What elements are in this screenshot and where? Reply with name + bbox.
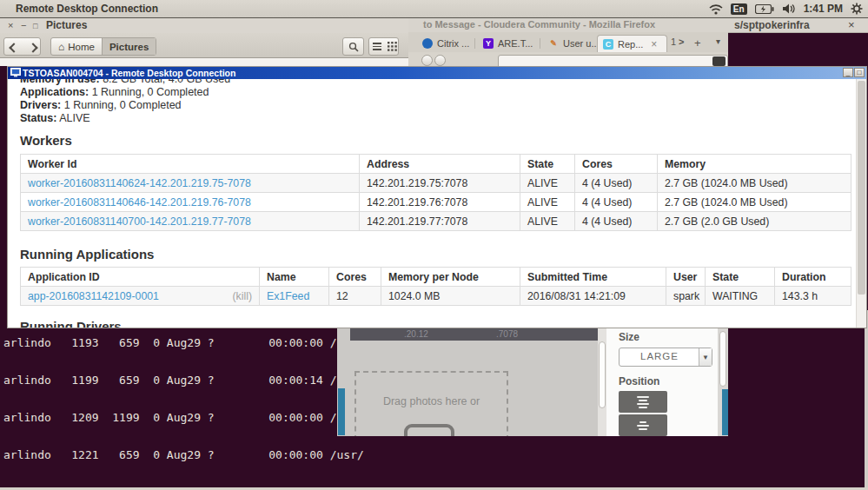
choose-photos-button[interactable]: [404, 424, 454, 436]
view-toggle-group: [368, 37, 399, 56]
tab-citrix[interactable]: Citrix ...: [417, 35, 474, 52]
list-view-button[interactable]: [369, 43, 385, 50]
back-button[interactable]: [4, 39, 23, 55]
breadcrumb-label: Home: [68, 42, 95, 52]
navbar-dark-button[interactable]: [712, 56, 726, 66]
nav-buttons-group: [3, 37, 41, 56]
align-center-icon: [619, 414, 667, 436]
pictures-toolbar: ⌂ Home Pictures: [0, 33, 408, 58]
summary-status: Status: ALIVE: [20, 112, 230, 125]
worker-row: worker-20160831140700-142.201.219.77-707…: [21, 212, 851, 231]
application-link[interactable]: app-20160831142109-0001: [28, 290, 159, 302]
cloudera-favicon-icon: C: [603, 39, 613, 50]
drop-zone-label: Drag photos here or: [356, 395, 507, 407]
grid-view-icon: [388, 42, 397, 51]
rdp-minimize-button[interactable]: _: [843, 68, 853, 77]
spark-summary: Memory in use: 8.2 GB Total, 4.0 GB Used…: [20, 79, 230, 125]
terminal-close-button[interactable]: ×: [848, 18, 855, 31]
panel-scrollbar-thumb[interactable]: [719, 331, 726, 387]
terminal-scrollbar[interactable]: [865, 310, 868, 487]
top-panel: Remote Desktop Connection En 1:41 PM: [0, 0, 868, 18]
breadcrumb-home[interactable]: ⌂ Home: [51, 38, 102, 55]
rdp-scrollbar[interactable]: [856, 79, 866, 328]
terminal-title: s/sptpokerinfra: [734, 19, 810, 31]
window-minimize-icon[interactable]: −: [21, 19, 26, 31]
tab-user[interactable]: ✎ User u...: [543, 35, 605, 52]
firefox-window-title: to Message - Cloudera Community - Mozill…: [423, 19, 655, 30]
panel-app-title: Remote Desktop Connection: [16, 3, 158, 15]
worker-link[interactable]: worker-20160831140646-142.201.219.76-707…: [28, 196, 251, 209]
running-applications-table: Application ID Name Cores Memory per Nod…: [20, 267, 851, 306]
pictures-window: × − □ Pictures ⌂ Home Pictures: [0, 18, 408, 66]
rdp-maximize-button[interactable]: □: [854, 68, 865, 77]
forward-button[interactable]: [434, 55, 446, 66]
list-view-icon: [373, 43, 381, 50]
volume-icon[interactable]: [782, 3, 796, 14]
kill-link[interactable]: (kill): [232, 290, 252, 302]
size-label: Size: [619, 331, 639, 343]
tab-label: Rep...: [618, 39, 643, 50]
tab-overflow-stub[interactable]: 1: [671, 36, 676, 47]
breadcrumb-label: Pictures: [109, 42, 149, 52]
window-close-icon[interactable]: ×: [8, 19, 13, 31]
workers-heading: Workers: [20, 133, 72, 148]
photo-options-panel: Size LARGE ▼ Position: [606, 328, 718, 436]
rdp-window: TSTOASAN004704 - Remote Desktop Connecti…: [7, 66, 867, 328]
rdp-window-title: TSTOASAN004704 - Remote Desktop Connecti…: [23, 68, 235, 78]
application-name-link[interactable]: Ex1Feed: [267, 290, 309, 302]
spark-master-page: Memory in use: 8.2 GB Total, 4.0 GB Used…: [8, 79, 856, 328]
citrix-favicon-icon: [422, 38, 433, 49]
position-left-button[interactable]: [619, 391, 667, 413]
window-maximize-icon[interactable]: □: [33, 20, 37, 32]
position-center-button[interactable]: [619, 414, 667, 436]
select-arrow-icon[interactable]: ▼: [699, 348, 712, 366]
tab-label: User u...: [563, 38, 600, 49]
tab-report-active[interactable]: C Rep... ×: [597, 35, 667, 52]
tab-yahoo[interactable]: Y ARE.T...: [478, 35, 538, 52]
worker-link[interactable]: worker-20160831140624-142.201.219.75-707…: [28, 177, 251, 189]
teal-edge-left: [338, 388, 345, 435]
new-tab-button[interactable]: +: [694, 36, 701, 50]
path-bar: ⌂ Home Pictures: [50, 37, 156, 56]
terminal-line: arlindo 1221 659 0 Aug29 ? 00:00:00 /usr…: [3, 449, 432, 461]
running-drivers-heading: Running Drivers: [20, 319, 122, 328]
summary-drivers: Drivers: 1 Running, 0 Completed: [20, 99, 230, 112]
clock[interactable]: 1:41 PM: [804, 3, 843, 15]
dim-text: .7078: [496, 328, 518, 341]
back-button[interactable]: [421, 55, 433, 66]
tab-label: ARE.T...: [498, 38, 533, 49]
pictures-titlebar[interactable]: × − □ Pictures: [0, 18, 408, 33]
session-gear-icon[interactable]: [851, 3, 863, 15]
rdp-app-icon: [10, 68, 21, 77]
desktop: s/sptpokerinfra × arlindo 1193 659 0 Aug…: [0, 0, 868, 490]
modal-scrollbar-track[interactable]: [598, 328, 606, 436]
search-button[interactable]: [342, 37, 364, 56]
worker-row: worker-20160831140624-142.201.219.75-707…: [21, 174, 851, 193]
wifi-icon[interactable]: [709, 3, 723, 15]
keyboard-layout-indicator[interactable]: En: [731, 3, 747, 15]
tab-scroll-right-icon[interactable]: >: [679, 36, 684, 47]
worker-link[interactable]: worker-20160831140700-142.201.219.77-707…: [28, 215, 251, 228]
breadcrumb-pictures[interactable]: Pictures: [103, 38, 156, 55]
quill-favicon-icon: ✎: [548, 38, 559, 49]
worker-row: worker-20160831140646-142.201.219.76-707…: [21, 193, 851, 212]
tab-list-button[interactable]: ▾: [716, 36, 720, 46]
size-select[interactable]: LARGE ▼: [619, 348, 712, 367]
rdp-scrollbar-thumb[interactable]: [858, 81, 865, 295]
chevron-left-icon: [9, 43, 18, 52]
workers-table: Worker Id Address State Cores Memory wor…: [20, 154, 851, 231]
application-row: app-20160831142109-0001 (kill) Ex1Feed 1…: [21, 287, 851, 306]
workers-header-row: Worker Id Address State Cores Memory: [21, 155, 851, 174]
pictures-window-title: Pictures: [46, 19, 87, 31]
rdp-titlebar[interactable]: TSTOASAN004704 - Remote Desktop Connecti…: [8, 67, 866, 79]
home-icon: ⌂: [58, 41, 64, 53]
size-select-value: LARGE: [620, 351, 699, 361]
grid-view-button[interactable]: [385, 42, 400, 51]
battery-icon[interactable]: [755, 4, 774, 14]
tab-label: Citrix ...: [437, 38, 469, 49]
modal-scrollbar-thumb[interactable]: [599, 341, 606, 408]
forward-button[interactable]: [23, 39, 43, 55]
position-label: Position: [619, 375, 659, 387]
system-tray: En 1:41 PM: [709, 0, 863, 17]
tab-close-icon[interactable]: ×: [651, 38, 657, 50]
